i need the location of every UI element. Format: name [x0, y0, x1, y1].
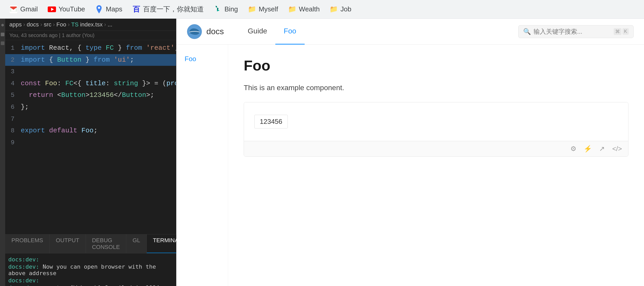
breadcrumb-docs: docs: [27, 21, 39, 28]
kbd-k: K: [622, 28, 629, 35]
nav-foo[interactable]: Foo: [275, 19, 304, 45]
browser-panel: docs Guide Foo 🔍 ⌘ K: [176, 19, 644, 286]
kbd-meta: ⌘: [614, 28, 621, 35]
code-line-2: 2 import { Button } from 'ui';: [5, 54, 176, 66]
tab-output[interactable]: OUTPUT: [50, 234, 86, 253]
bookmark-gmail[interactable]: Gmail: [5, 3, 41, 16]
bookmark-wealth-label: Wealth: [299, 5, 320, 13]
baidu-icon: 百: [132, 5, 141, 14]
code-line-7: 7: [5, 113, 176, 125]
search-input[interactable]: [534, 28, 611, 35]
bookmark-myself[interactable]: 📁 Myself: [244, 3, 282, 16]
code-line-9: 9: [5, 137, 176, 149]
terminal-panel: PROBLEMS OUTPUT DEBUG CONSOLE GL TERMINA…: [5, 234, 176, 286]
tab-gl[interactable]: GL: [126, 234, 146, 253]
bing-icon: [213, 5, 222, 14]
code-icon[interactable]: </>: [612, 145, 622, 153]
svg-point-3: [98, 7, 100, 9]
bookmark-baidu-label: 百度一下，你就知道: [143, 5, 204, 14]
bookmark-myself-label: Myself: [259, 5, 278, 13]
bookmark-job[interactable]: 📁 Job: [325, 3, 355, 16]
activity-bar: [0, 19, 5, 286]
code-line-6: 6 };: [5, 101, 176, 113]
docs-nav: Guide Foo: [240, 19, 518, 45]
docs-logo-icon: [187, 24, 202, 39]
code-line-5: 5 return <Button>123456</Button>;: [5, 89, 176, 101]
activity-item-1[interactable]: [1, 33, 4, 36]
search-kbd: ⌘ K: [614, 28, 629, 35]
bookmark-maps[interactable]: Maps: [91, 3, 126, 16]
search-icon: 🔍: [523, 28, 531, 35]
bookmark-gmail-label: Gmail: [20, 5, 38, 13]
folder-icon-job: 📁: [329, 5, 338, 14]
code-line-3: 3: [5, 66, 176, 78]
search-box[interactable]: 🔍 ⌘ K: [518, 25, 634, 38]
lightning-icon[interactable]: ⚡: [584, 145, 592, 153]
page-title: Foo: [244, 57, 628, 74]
component-preview: 123456 ⚙ ⚡ ↗ </>: [244, 102, 628, 157]
terminal-tabs: PROBLEMS OUTPUT DEBUG CONSOLE GL TERMINA…: [5, 234, 176, 253]
code-editor[interactable]: 1 import React, { type FC } from 'react'…: [5, 40, 176, 234]
page-description: This is an example component.: [244, 82, 628, 94]
bookmark-bing-label: Bing: [225, 5, 238, 13]
settings-icon[interactable]: ⚙: [570, 145, 576, 153]
bookmark-youtube[interactable]: YouTube: [44, 3, 89, 16]
folder-icon-myself: 📁: [247, 5, 257, 14]
maps-icon: [94, 5, 104, 14]
left-section: apps › docs › src › Foo › TS index.tsx ›…: [0, 19, 176, 286]
external-link-icon[interactable]: ↗: [599, 145, 605, 153]
tab-debug-console[interactable]: DEBUG CONSOLE: [86, 234, 127, 253]
activity-item-2[interactable]: [1, 41, 4, 45]
code-line-1: 1 import React, { type FC } from 'react'…: [5, 42, 176, 54]
bookmark-baidu[interactable]: 百 百度一下，你就知道: [128, 3, 207, 16]
bookmark-job-label: Job: [340, 5, 351, 13]
tab-problems[interactable]: PROBLEMS: [5, 234, 50, 253]
gmail-icon: [9, 5, 18, 14]
breadcrumb-foo: Foo: [57, 21, 66, 28]
terminal-content: docs:dev: docs:dev: Now you can open bro…: [5, 253, 176, 286]
main-area: apps › docs › src › Foo › TS index.tsx ›…: [0, 19, 644, 286]
editor-panel: apps › docs › src › Foo › TS index.tsx ›…: [5, 19, 176, 286]
breadcrumb-filename: index.tsx: [80, 21, 103, 28]
git-blame-text: You, 43 seconds ago | 1 author (You): [9, 32, 94, 38]
docs-logo-name: docs: [206, 27, 224, 36]
breadcrumb-src: src: [44, 21, 51, 28]
breadcrumb-ts-badge: TS: [71, 21, 79, 28]
code-line-8: 8 export default Foo;: [5, 125, 176, 137]
terminal-line-4: docs:dev: event - [Webpack] Compiled in …: [8, 284, 173, 286]
docs-logo[interactable]: docs: [187, 24, 224, 39]
youtube-icon: [47, 5, 57, 14]
bookmarks-bar: Gmail YouTube Maps 百 百度一下，你就知道: [0, 0, 644, 19]
bookmark-wealth[interactable]: 📁 Wealth: [284, 3, 323, 16]
preview-button[interactable]: 123456: [254, 115, 288, 128]
breadcrumb-sep-2: ›: [40, 21, 42, 28]
breadcrumb-sep-1: ›: [23, 21, 25, 28]
breadcrumb-ellipsis: ...: [108, 21, 112, 28]
docs-header: docs Guide Foo 🔍 ⌘ K: [176, 19, 644, 45]
docs-body: Foo Foo This is an example component. 12…: [176, 45, 644, 286]
sidebar-link-foo[interactable]: Foo: [181, 53, 223, 65]
bookmark-youtube-label: YouTube: [59, 5, 85, 13]
breadcrumb-sep-4: ›: [68, 21, 69, 28]
activity-dot-1: [1, 24, 4, 26]
folder-icon-wealth: 📁: [288, 5, 297, 14]
bookmark-bing[interactable]: Bing: [209, 3, 242, 16]
preview-toolbar: ⚙ ⚡ ↗ </>: [244, 141, 628, 156]
terminal-line-2: docs:dev: Now you can open browser with …: [8, 263, 173, 276]
code-line-4: 4 const Foo: FC<{ title: string }> = (pr…: [5, 78, 176, 90]
nav-guide[interactable]: Guide: [240, 19, 276, 45]
breadcrumb-apps: apps: [9, 21, 22, 28]
bookmark-maps-label: Maps: [106, 5, 122, 13]
git-blame-bar: You, 43 seconds ago | 1 author (You): [5, 31, 176, 40]
docs-main: Foo This is an example component. 123456…: [228, 45, 644, 286]
docs-sidebar: Foo: [176, 45, 228, 286]
preview-area: 123456: [244, 102, 628, 141]
breadcrumb-sep-3: ›: [53, 21, 55, 28]
breadcrumb-sep-5: ›: [104, 21, 106, 28]
terminal-line-3: docs:dev:: [8, 277, 173, 284]
terminal-line-1: docs:dev:: [8, 256, 173, 263]
breadcrumb: apps › docs › src › Foo › TS index.tsx ›…: [5, 19, 176, 31]
